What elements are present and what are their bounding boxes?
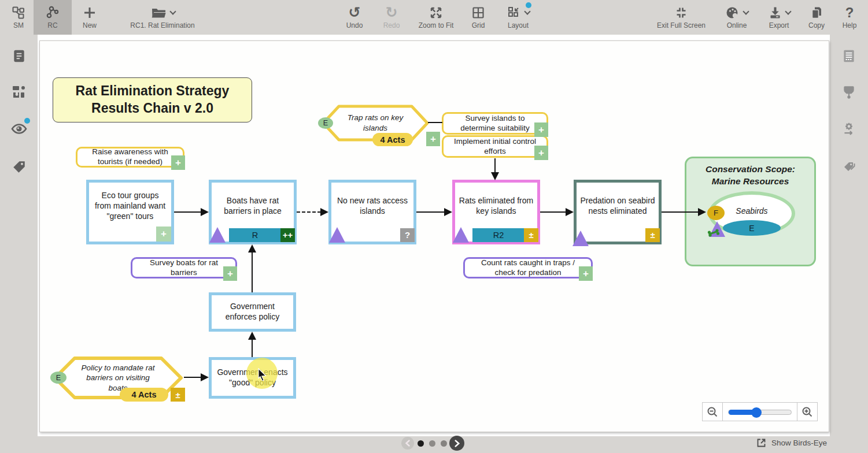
- objective-triangle-badge[interactable]: [329, 227, 345, 243]
- objective-triangle-badge[interactable]: [453, 227, 469, 243]
- online-button[interactable]: Online: [715, 0, 758, 35]
- diagram-title-box[interactable]: Rat Elimination Strategy Results Chain v…: [53, 77, 252, 122]
- page-dot-1-active[interactable]: [418, 440, 424, 447]
- page-dot-2[interactable]: [429, 440, 435, 447]
- objective-triangle-badge[interactable]: [572, 231, 589, 246]
- palette-icon: [726, 5, 748, 21]
- tags-panel-button[interactable]: [9, 157, 29, 177]
- zoom-in-icon: [801, 406, 813, 418]
- tag-sets-panel-button[interactable]: [839, 157, 859, 177]
- monitoring-survey-boats[interactable]: Survey boats for rat barriers +: [131, 257, 237, 279]
- result-rats-eliminated[interactable]: Rats eliminated from key islands R2 ±: [452, 180, 540, 244]
- evidence-badge[interactable]: E: [50, 372, 67, 384]
- result-predation-eliminated[interactable]: Predation on seabird nests eliminated ±: [574, 180, 662, 244]
- toolbar-center-group: ↺ Undo ↻ Redo Zoom to Fit Grid Layout: [336, 0, 542, 35]
- arrow-line: [252, 251, 253, 292]
- copy-label: Copy: [808, 21, 825, 29]
- zoom-slider-track[interactable]: [728, 410, 792, 415]
- result-gov-enacts[interactable]: Government enacts "good" policy: [209, 357, 296, 399]
- arrow-line: [494, 158, 496, 173]
- result-no-new-rats-label: No new rats access islands: [335, 196, 410, 217]
- indicator-badge[interactable]: R: [229, 228, 281, 242]
- strategy-policy-mandate[interactable]: Policy to mandate rat barriers on visiti…: [53, 356, 183, 400]
- indicator-badge[interactable]: R2: [472, 228, 525, 242]
- previous-page-button: [401, 437, 414, 450]
- open-diagram-button[interactable]: RC1. Rat Elimination: [108, 0, 217, 35]
- result-no-new-rats[interactable]: No new rats access islands ?: [328, 180, 416, 244]
- show-birds-eye-button[interactable]: Show Birds-Eye: [756, 438, 827, 448]
- new-button[interactable]: New: [72, 0, 108, 35]
- activity-implement-control[interactable]: Implement initial control efforts +: [442, 135, 548, 158]
- target-e-badge[interactable]: E: [723, 220, 781, 236]
- help-icon: ?: [845, 5, 854, 21]
- connector-line: [428, 122, 442, 123]
- tab-strategy-map-label: SM: [13, 21, 24, 29]
- activity-raise-awareness-label: Raise awareness with tourists (if needed…: [83, 147, 177, 167]
- zoom-in-button[interactable]: [797, 402, 818, 421]
- tab-strategy-map[interactable]: SM: [3, 0, 34, 35]
- export-label: Export: [769, 21, 789, 29]
- factors-panel-button[interactable]: [9, 82, 29, 102]
- result-predation-eliminated-label: Predation on seabird nests eliminated: [580, 196, 655, 217]
- activity-raise-awareness[interactable]: Raise awareness with tourists (if needed…: [76, 147, 184, 168]
- acts-count-badge[interactable]: 4 Acts: [372, 133, 413, 146]
- zoom-slider-thumb[interactable]: [751, 407, 762, 418]
- add-progress-badge[interactable]: +: [223, 266, 237, 281]
- exit-full-screen-label: Exit Full Screen: [657, 21, 706, 29]
- page-dot-3[interactable]: [441, 440, 447, 447]
- plus-icon: [83, 5, 97, 21]
- result-gov-enforces[interactable]: Government enforces policy: [209, 292, 296, 332]
- result-boats-barriers[interactable]: Boats have rat barriers in place R ++: [209, 180, 297, 244]
- zoom-slider[interactable]: [723, 402, 797, 421]
- format-panel-button[interactable]: [839, 82, 859, 102]
- add-progress-badge[interactable]: +: [171, 155, 185, 170]
- add-progress-badge[interactable]: +: [426, 132, 440, 146]
- objective-triangle-badge[interactable]: [209, 227, 226, 243]
- dashed-arrow-line: [297, 211, 321, 213]
- rating-badge[interactable]: ++: [280, 228, 295, 242]
- add-progress-badge[interactable]: +: [534, 122, 548, 137]
- copy-button[interactable]: Copy: [800, 0, 833, 35]
- undo-label: Undo: [346, 21, 363, 29]
- activity-survey-islands[interactable]: Survey islands to determine suitability …: [442, 112, 548, 135]
- undo-icon: ↺: [349, 5, 361, 21]
- add-progress-badge[interactable]: +: [156, 226, 171, 242]
- arrow-head: [444, 208, 452, 216]
- add-progress-badge[interactable]: +: [534, 146, 548, 160]
- arrow-line: [174, 211, 201, 213]
- diagram-canvas[interactable]: Rat Elimination Strategy Results Chain v…: [39, 40, 829, 432]
- open-diagram-label: RC1. Rat Elimination: [130, 21, 194, 29]
- eye-icon: [10, 121, 28, 136]
- zoom-to-fit-button[interactable]: Zoom to Fit: [410, 0, 462, 35]
- zoom-out-button[interactable]: [702, 402, 723, 421]
- redo-icon: ↻: [386, 5, 398, 21]
- details-panel-button[interactable]: [839, 46, 859, 66]
- help-button[interactable]: ? Help: [833, 0, 866, 35]
- layout-label: Layout: [508, 21, 529, 29]
- exit-full-screen-button[interactable]: Exit Full Screen: [647, 0, 715, 35]
- notes-icon: [12, 49, 27, 64]
- grid-button[interactable]: Grid: [462, 0, 494, 35]
- rating-badge[interactable]: ±: [171, 388, 185, 402]
- add-progress-badge[interactable]: +: [579, 266, 593, 281]
- target-f-badge[interactable]: F: [707, 206, 725, 220]
- rating-badge[interactable]: ±: [645, 228, 660, 242]
- layout-chevron-icon: [524, 8, 530, 14]
- undo-button[interactable]: ↺ Undo: [336, 0, 373, 35]
- process-panel-button[interactable]: [839, 119, 859, 139]
- layout-button[interactable]: Layout: [494, 0, 542, 35]
- evidence-badge[interactable]: E: [318, 117, 333, 129]
- tab-results-chain[interactable]: RC: [34, 0, 72, 35]
- summary-panel-button[interactable]: [9, 46, 29, 66]
- export-button[interactable]: Export: [758, 0, 800, 35]
- rating-badge[interactable]: ?: [400, 228, 415, 242]
- rating-badge[interactable]: ±: [524, 228, 538, 242]
- acts-count-badge[interactable]: 4 Acts: [120, 388, 168, 402]
- right-sidebar: [830, 35, 868, 453]
- next-page-button[interactable]: [449, 436, 464, 451]
- arrow-line: [416, 211, 445, 213]
- visibility-panel-button[interactable]: [9, 119, 29, 139]
- strategy-trap-rats[interactable]: Trap rats on key islands E 4 Acts +: [322, 105, 429, 142]
- monitoring-count-rats[interactable]: Count rats caught in traps / check for p…: [463, 257, 593, 279]
- result-eco-tour[interactable]: Eco tour groups from mainland want "gree…: [86, 180, 174, 244]
